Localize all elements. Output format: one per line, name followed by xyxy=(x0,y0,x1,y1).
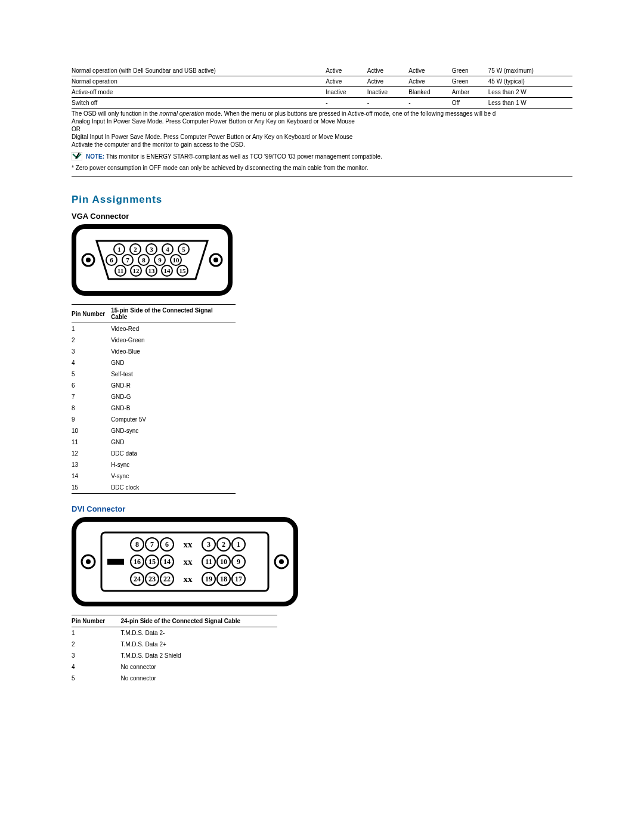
table-row: 3T.M.D.S. Data 2 Shield xyxy=(72,650,277,661)
vga-connector-diagram: 1 2 3 4 5 6 7 8 9 10 11 12 13 14 xyxy=(72,224,572,298)
cell-vsync: Active xyxy=(367,76,409,87)
dvi-head-desc: 24-pin Side of the Connected Signal Cabl… xyxy=(120,615,277,627)
pin-num: 13 xyxy=(72,459,111,470)
osd-line2: Analog Input In Power Save Mode. Press C… xyxy=(72,118,355,125)
svg-text:11: 11 xyxy=(117,267,123,274)
vga-connector-heading: VGA Connector xyxy=(72,212,572,221)
pin-desc: GND-R xyxy=(111,380,236,391)
osd-text-italic: normal operation xyxy=(159,110,204,117)
svg-text:9: 9 xyxy=(158,256,162,264)
svg-rect-1 xyxy=(74,227,230,293)
svg-point-3 xyxy=(86,258,91,262)
cell-led: Green xyxy=(452,66,488,76)
cell-hsync: Inactive xyxy=(326,87,367,98)
svg-text:xx: xx xyxy=(184,574,193,584)
pin-num: 4 xyxy=(72,357,111,368)
svg-text:10: 10 xyxy=(173,256,180,264)
vga-head-num: Pin Number xyxy=(72,305,111,323)
pin-desc: No connector xyxy=(120,673,277,684)
cell-vsync: - xyxy=(367,98,409,109)
dvi-head-num-text: Pin Number xyxy=(72,618,105,624)
cell-vsync: Active xyxy=(367,66,409,76)
note-label: NOTE: xyxy=(86,153,104,160)
pin-num: 2 xyxy=(72,639,120,650)
pin-desc: GND xyxy=(111,436,236,448)
pin-num: 5 xyxy=(72,368,111,380)
table-row: 11GND xyxy=(72,436,236,448)
table-row: Normal operation Active Active Active Gr… xyxy=(72,76,572,87)
vga-pin-table: Pin Number 15-pin Side of the Connected … xyxy=(72,304,236,494)
cell-mode: Normal operation (with Dell Soundbar and… xyxy=(72,66,326,76)
svg-text:6: 6 xyxy=(165,540,169,549)
svg-text:22: 22 xyxy=(163,575,171,583)
table-row: Normal operation (with Dell Soundbar and… xyxy=(72,66,572,76)
pin-num: 10 xyxy=(72,425,111,436)
svg-text:1: 1 xyxy=(237,540,240,549)
svg-text:8: 8 xyxy=(135,540,139,549)
dvi-head-num: Pin Number xyxy=(72,615,120,627)
table-header-row: Pin Number 24-pin Side of the Connected … xyxy=(72,615,277,627)
cell-power: 45 W (typical) xyxy=(488,76,572,87)
svg-text:2: 2 xyxy=(134,246,137,253)
svg-text:6: 6 xyxy=(110,256,113,264)
pin-desc: V-sync xyxy=(111,470,236,482)
dvi-connector-diagram: 8 7 6 xx 3 2 1 16 15 14 xx 11 10 9 24 23… xyxy=(72,517,572,609)
table-row: 4GND xyxy=(72,357,236,368)
pin-desc: GND-B xyxy=(111,402,236,414)
cell-video: Active xyxy=(408,76,451,87)
pin-num: 3 xyxy=(72,346,111,357)
table-row: 13H-sync xyxy=(72,459,236,470)
svg-text:1: 1 xyxy=(117,246,121,253)
pin-desc: Self-test xyxy=(111,368,236,380)
vga-head-desc: 15-pin Side of the Connected Signal Cabl… xyxy=(111,305,236,323)
table-row: Switch off - - - Off Less than 1 W xyxy=(72,98,572,109)
zero-power-text: * Zero power consumption in OFF mode can… xyxy=(72,164,572,172)
cell-led: Off xyxy=(452,98,488,109)
osd-text-1a: The OSD will only function in the xyxy=(72,110,159,117)
osd-or: OR xyxy=(72,126,80,132)
svg-text:15: 15 xyxy=(179,267,187,274)
cell-hsync: Active xyxy=(326,76,367,87)
svg-text:3: 3 xyxy=(207,540,210,549)
pin-desc: GND xyxy=(111,357,236,368)
cell-mode: Active-off mode xyxy=(72,87,326,98)
svg-text:24: 24 xyxy=(134,575,141,583)
svg-text:11: 11 xyxy=(205,558,212,566)
cell-power: 75 W (maximum) xyxy=(488,66,572,76)
pin-desc: H-sync xyxy=(111,459,236,470)
cell-hsync: - xyxy=(326,98,367,109)
pin-num: 5 xyxy=(72,673,120,684)
svg-text:10: 10 xyxy=(220,558,227,566)
svg-text:14: 14 xyxy=(164,267,171,274)
pin-num: 8 xyxy=(72,402,111,414)
note-body: This monitor is ENERGY STAR®-compliant a… xyxy=(104,153,382,160)
cell-led: Amber xyxy=(452,87,488,98)
pin-desc: Video-Green xyxy=(111,335,236,346)
pin-desc: T.M.D.S. Data 2 Shield xyxy=(120,650,277,661)
pin-desc: No connector xyxy=(120,661,277,673)
table-header-row: Pin Number 15-pin Side of the Connected … xyxy=(72,305,236,323)
pin-desc: Computer 5V xyxy=(111,414,236,425)
document-page: Normal operation (with Dell Soundbar and… xyxy=(0,0,644,708)
pin-desc: Video-Red xyxy=(111,323,236,335)
osd-explanation: The OSD will only function in the normal… xyxy=(72,110,572,148)
pin-desc: T.M.D.S. Data 2+ xyxy=(120,639,277,650)
vga-head-num-text: Pin Number xyxy=(72,311,105,317)
pin-num: 3 xyxy=(72,650,120,661)
pin-num: 6 xyxy=(72,380,111,391)
cell-vsync: Inactive xyxy=(367,87,409,98)
svg-text:5: 5 xyxy=(182,246,185,253)
pin-num: 9 xyxy=(72,414,111,425)
cell-mode: Normal operation xyxy=(72,76,326,87)
cell-power: Less than 2 W xyxy=(488,87,572,98)
svg-text:4: 4 xyxy=(166,246,169,253)
table-row: 10GND-sync xyxy=(72,425,236,436)
osd-line4: Activate the computer and the monitor to… xyxy=(72,141,245,148)
svg-point-39 xyxy=(86,559,91,564)
divider xyxy=(72,176,572,177)
svg-text:xx: xx xyxy=(184,557,193,566)
table-row: 3Video-Blue xyxy=(72,346,236,357)
svg-text:18: 18 xyxy=(220,575,227,583)
svg-text:12: 12 xyxy=(133,267,140,274)
svg-text:7: 7 xyxy=(126,256,129,264)
